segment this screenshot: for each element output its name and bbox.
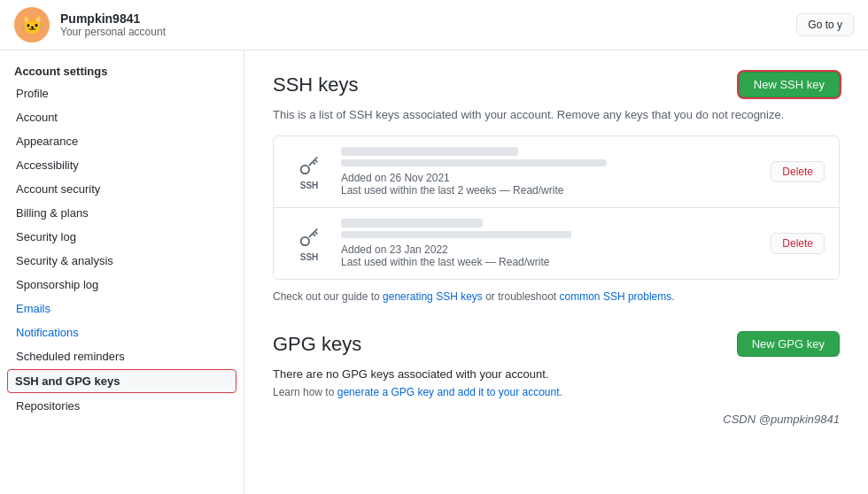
sidebar-item-notifications[interactable]: Notifications [0, 320, 244, 344]
gpg-guide-prefix: Learn how to [273, 386, 337, 398]
gpg-section: GPG keys New GPG key There are no GPG ke… [273, 331, 840, 398]
username: Pumpkin9841 [60, 12, 166, 26]
ssh-description: This is a list of SSH keys associated wi… [273, 108, 840, 121]
key-icon-2: SSH [288, 222, 330, 265]
delete-key-2-button[interactable]: Delete [771, 233, 825, 254]
key-fingerprint-bar-1 [341, 159, 607, 166]
avatar: 🐱 [14, 7, 50, 42]
key-svg-icon-2 [297, 226, 322, 251]
key-meta-1: Added on 26 Nov 2021 Last used within th… [341, 172, 771, 197]
key-svg-icon [297, 154, 322, 179]
sidebar-item-account-security[interactable]: Account security [0, 177, 244, 201]
sidebar-item-profile[interactable]: Profile [0, 81, 244, 105]
user-subtitle: Your personal account [60, 26, 166, 38]
sidebar-item-appearance[interactable]: Appearance [0, 129, 244, 153]
watermark: CSDN @pumpkin9841 [273, 413, 840, 426]
sidebar-item-ssh-gpg-keys[interactable]: SSH and GPG keys [7, 369, 236, 393]
ssh-section-title: SSH keys [273, 73, 359, 96]
new-gpg-key-button[interactable]: New GPG key [737, 331, 840, 357]
sidebar-item-billing-plans[interactable]: Billing & plans [0, 201, 244, 225]
sidebar-item-accessibility[interactable]: Accessibility [0, 153, 244, 177]
sidebar-item-emails[interactable]: Emails [0, 297, 244, 320]
guide-link-1[interactable]: generating SSH keys [383, 290, 483, 303]
gpg-empty-text: There are no GPG keys associated with yo… [273, 367, 840, 381]
guide-suffix: . [671, 290, 674, 303]
guide-prefix: Check out our guide to [273, 290, 383, 303]
user-info: Pumpkin9841 Your personal account [60, 12, 166, 38]
svg-point-1 [301, 236, 309, 244]
key-details-2: Added on 23 Jan 2022 Last used within th… [341, 219, 771, 268]
gpg-guide-suffix: . [560, 386, 562, 398]
sidebar-item-security-analysis[interactable]: Security & analysis [0, 249, 244, 273]
key-details-1: Added on 26 Nov 2021 Last used within th… [341, 147, 771, 197]
ssh-section-header: SSH keys New SSH key [273, 72, 840, 97]
delete-key-1-button[interactable]: Delete [771, 161, 825, 182]
main-content: SSH keys New SSH key This is a list of S… [244, 50, 868, 494]
key-actions-2: Delete [771, 233, 825, 254]
sidebar-item-security-log[interactable]: Security log [0, 225, 244, 249]
sidebar-item-account[interactable]: Account [0, 105, 244, 129]
ssh-key-item: SSH Added on 26 Nov 2021 Last used withi… [274, 136, 839, 208]
key-name-bar-1 [341, 147, 518, 156]
gpg-section-title: GPG keys [273, 333, 361, 356]
sidebar-item-scheduled-reminders[interactable]: Scheduled reminders [0, 344, 244, 368]
key-actions-1: Delete [771, 161, 825, 182]
key-used-2: Last used within the last week — Read/wr… [341, 256, 549, 268]
goto-button[interactable]: Go to y [796, 13, 854, 36]
layout: Account settings Profile Account Appeara… [0, 50, 868, 494]
guide-link-2[interactable]: common SSH problems [560, 290, 672, 303]
svg-point-0 [301, 165, 309, 173]
ssh-keys-box: SSH Added on 26 Nov 2021 Last used withi… [273, 135, 840, 280]
ssh-guide-text: Check out our guide to generating SSH ke… [273, 290, 840, 303]
guide-middle: or troubleshoot [483, 290, 560, 303]
key-icon-1: SSH [288, 151, 330, 193]
key-added-2: Added on 23 Jan 2022 [341, 243, 448, 256]
key-fingerprint-bar-2 [341, 231, 571, 238]
key-added-1: Added on 26 Nov 2021 [341, 172, 450, 184]
new-ssh-key-button[interactable]: New SSH key [739, 72, 840, 97]
ssh-label-2: SSH [300, 252, 319, 262]
sidebar-item-sponsorship-log[interactable]: Sponsorship log [0, 273, 244, 297]
key-name-bar-2 [341, 219, 483, 228]
gpg-guide-link[interactable]: generate a GPG key and add it to your ac… [337, 386, 560, 398]
ssh-label: SSH [300, 181, 319, 190]
sidebar: Account settings Profile Account Appeara… [0, 50, 244, 494]
ssh-key-item-2: SSH Added on 23 Jan 2022 Last used withi… [274, 208, 839, 279]
key-meta-2: Added on 23 Jan 2022 Last used within th… [341, 243, 771, 268]
sidebar-section-title: Account settings [0, 58, 244, 81]
top-bar: 🐱 Pumpkin9841 Your personal account Go t… [0, 0, 868, 50]
top-bar-right: Go to y [796, 13, 854, 36]
key-used-1: Last used within the last 2 weeks — Read… [341, 184, 563, 197]
sidebar-item-repositories[interactable]: Repositories [0, 394, 244, 418]
gpg-section-header: GPG keys New GPG key [273, 331, 840, 357]
gpg-guide: Learn how to generate a GPG key and add … [273, 386, 840, 398]
